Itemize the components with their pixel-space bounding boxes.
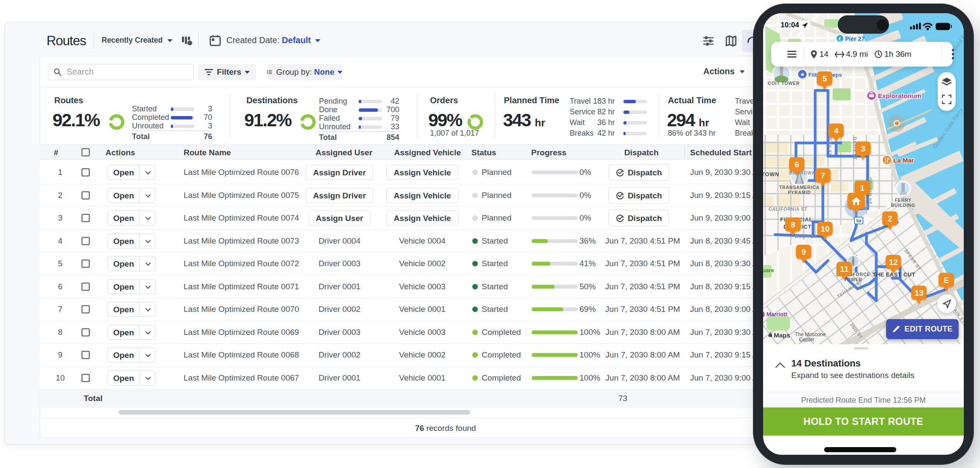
- svg-text:9: 9: [802, 247, 806, 256]
- svg-text:BUSH ST: BUSH ST: [795, 234, 817, 239]
- svg-text:2: 2: [888, 214, 892, 223]
- svg-text:Exploratorium: Exploratorium: [878, 92, 921, 99]
- svg-text:★: ★: [800, 71, 805, 78]
- svg-text:7: 7: [821, 171, 825, 180]
- svg-text:3: 3: [861, 144, 866, 153]
- svg-text:13: 13: [914, 288, 923, 297]
- svg-text:COIT TOWER: COIT TOWER: [768, 81, 800, 86]
- svg-text:TOWN: TOWN: [763, 172, 779, 177]
- svg-text:FERRY: FERRY: [895, 198, 911, 203]
- svg-text:Pier 27: Pier 27: [845, 35, 865, 42]
- svg-text:1: 1: [860, 183, 865, 192]
- svg-text:Marriott: Marriott: [766, 311, 787, 317]
- svg-text:PYRAMID: PYRAMID: [788, 190, 811, 195]
- svg-text:La Mar: La Mar: [893, 157, 914, 164]
- svg-text:11: 11: [840, 265, 849, 273]
- svg-text:CALIFORNIA ST: CALIFORNIA ST: [769, 206, 807, 212]
- svg-text:ba: ba: [856, 218, 861, 223]
- svg-text:Legal: Legal: [800, 338, 809, 343]
- svg-text:BUILDING: BUILDING: [891, 203, 915, 208]
- svg-text:10: 10: [820, 224, 829, 233]
- svg-text:E: E: [944, 276, 949, 285]
- svg-text:6: 6: [795, 160, 799, 169]
- svg-text:8: 8: [791, 220, 796, 229]
- svg-text:Maps: Maps: [774, 331, 790, 339]
- svg-text:4: 4: [834, 126, 839, 135]
- svg-text:uare: uare: [763, 267, 774, 273]
- svg-text:12: 12: [889, 258, 898, 267]
- svg-text:5: 5: [822, 74, 827, 83]
- svg-text:TOWER: TOWER: [844, 277, 863, 282]
- svg-text:TRANSAMERICA: TRANSAMERICA: [779, 185, 820, 190]
